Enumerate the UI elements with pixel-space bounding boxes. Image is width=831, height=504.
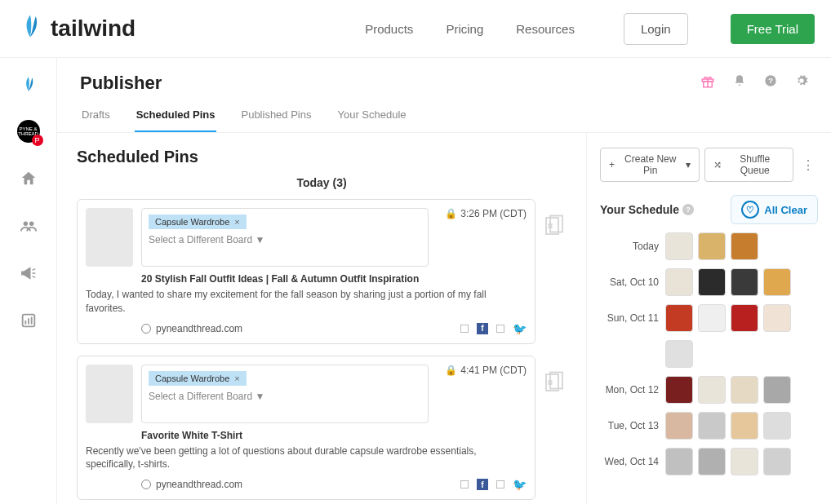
twitter-checkbox[interactable] (496, 480, 504, 489)
rail-megaphone-icon[interactable] (17, 262, 40, 285)
schedule-thumb[interactable] (665, 448, 693, 475)
tailwind-logo-icon (16, 12, 44, 46)
remove-board-icon[interactable]: × (234, 217, 239, 227)
schedule-thumb[interactable] (698, 232, 726, 260)
help-icon[interactable]: ? (764, 74, 777, 92)
login-button[interactable]: Login (624, 13, 688, 45)
schedule-thumb[interactable] (665, 376, 693, 404)
schedule-thumbs (665, 376, 791, 404)
pin-title: Favorite White T-Shirt (86, 430, 527, 441)
schedule-date: Mon, Oct 12 (600, 384, 659, 396)
facebook-checkbox[interactable] (460, 325, 469, 333)
schedule-row: Sun, Oct 11 (600, 304, 818, 332)
pin-description: Today, I wanted to share my excitement f… (86, 288, 527, 316)
schedule-thumb[interactable] (665, 304, 693, 332)
board-select-area[interactable]: Capsule Wardrobe × Select a Different Bo… (141, 208, 429, 267)
schedule-thumb[interactable] (731, 304, 758, 332)
shuffle-queue-button[interactable]: ⤮ Shuffle Queue (704, 148, 793, 182)
twitter-icon: 🐦 (513, 322, 527, 335)
schedule-row: Today (600, 232, 818, 260)
free-trial-button[interactable]: Free Trial (731, 14, 815, 44)
bell-icon[interactable] (733, 74, 746, 92)
tabs: Drafts Scheduled Pins Published Pins You… (80, 108, 808, 132)
brand-name: tailwind (51, 15, 136, 42)
schedule-thumb[interactable] (763, 376, 791, 404)
rail-account-avatar[interactable]: PYNE &THREAD P (17, 120, 40, 143)
schedule-date: Today (600, 241, 659, 252)
schedule-date: Wed, Oct 14 (600, 456, 659, 467)
select-different-board[interactable]: Select a Different Board ▼ (149, 391, 421, 402)
facebook-icon: f (477, 323, 488, 334)
day-header: Today (3) (77, 176, 567, 189)
schedule-thumb[interactable] (763, 412, 791, 440)
schedule-thumb[interactable] (763, 448, 791, 475)
schedule-thumb[interactable] (698, 448, 726, 475)
schedule-thumb[interactable] (698, 412, 726, 440)
schedule-thumb[interactable] (763, 304, 791, 332)
pin-description: Recently we've been getting a lot of que… (86, 444, 527, 472)
svg-rect-3 (24, 321, 26, 325)
tab-scheduled-pins[interactable]: Scheduled Pins (135, 108, 217, 132)
top-navigation: tailwind Products Pricing Resources Logi… (0, 0, 831, 57)
schedule-thumbs (665, 232, 758, 260)
tab-published-pins[interactable]: Published Pins (239, 108, 313, 132)
schedule-thumb[interactable] (665, 268, 693, 296)
stack-pin-icon[interactable] (542, 214, 567, 238)
tab-drafts[interactable]: Drafts (80, 108, 112, 132)
plus-icon: + (609, 159, 615, 170)
rail-home-icon[interactable] (17, 167, 40, 190)
schedule-date: Tue, Oct 13 (600, 420, 659, 431)
avatar-icon: PYNE &THREAD P (17, 120, 40, 143)
schedule-thumb[interactable] (665, 232, 693, 260)
pin-source[interactable]: pyneandthread.com (141, 323, 242, 334)
board-chip-label: Capsule Wardrobe (155, 217, 229, 227)
all-clear-badge[interactable]: ♡ All Clear (731, 195, 818, 224)
schedule-thumb[interactable] (698, 376, 726, 404)
schedule-thumb[interactable] (698, 304, 726, 332)
schedule-thumb[interactable] (763, 268, 791, 296)
pin-source[interactable]: pyneandthread.com (141, 479, 242, 490)
nav-resources[interactable]: Resources (516, 22, 575, 36)
board-chip: Capsule Wardrobe × (149, 371, 247, 386)
rail-tribes-icon[interactable] (17, 214, 40, 237)
schedule-thumb[interactable] (665, 340, 693, 368)
schedule-thumbs (665, 268, 791, 296)
globe-icon (141, 324, 151, 334)
twitter-checkbox[interactable] (496, 325, 504, 333)
remove-board-icon[interactable]: × (234, 374, 239, 383)
schedule-thumb[interactable] (731, 268, 758, 296)
board-select-area[interactable]: Capsule Wardrobe × Select a Different Bo… (141, 365, 429, 423)
pin-thumbnail[interactable] (86, 208, 133, 267)
schedule-row: Mon, Oct 12 (600, 376, 818, 404)
nav-products[interactable]: Products (365, 22, 413, 36)
schedule-thumb[interactable] (731, 412, 758, 440)
schedule-thumb[interactable] (731, 448, 758, 475)
content-area: Scheduled Pins Today (3) Capsule Wardrob… (57, 133, 831, 504)
schedule-thumb[interactable] (731, 232, 758, 260)
brand-logo[interactable]: tailwind (16, 12, 136, 46)
gift-icon[interactable] (700, 74, 715, 92)
stack-pin-icon[interactable] (542, 370, 567, 395)
tab-your-schedule[interactable]: Your Schedule (336, 108, 407, 132)
pin-thumbnail[interactable] (86, 365, 133, 423)
shuffle-icon: ⤮ (713, 159, 722, 170)
select-different-board[interactable]: Select a Different Board ▼ (149, 234, 421, 245)
rail-logo-icon[interactable] (17, 73, 40, 95)
schedule-thumbs (665, 412, 791, 440)
help-tooltip-icon[interactable]: ? (682, 204, 694, 215)
nav-pricing[interactable]: Pricing (446, 22, 483, 36)
gear-icon[interactable] (795, 74, 808, 92)
schedule-thumb[interactable] (731, 376, 758, 404)
rail-analytics-icon[interactable] (17, 309, 40, 332)
header-icons: ? (700, 74, 808, 92)
more-menu-icon[interactable]: ⋮ (798, 157, 818, 173)
schedule-row: Tue, Oct 13 (600, 412, 818, 440)
facebook-checkbox[interactable] (460, 480, 469, 489)
section-title: Scheduled Pins (77, 148, 567, 166)
pin-card-wrap: Capsule Wardrobe × Select a Different Bo… (77, 199, 567, 344)
create-new-pin-button[interactable]: + Create New Pin ▾ (600, 148, 700, 182)
schedule-thumb[interactable] (665, 412, 693, 440)
schedule-thumb[interactable] (698, 268, 726, 296)
globe-icon (141, 480, 151, 489)
svg-rect-4 (28, 318, 29, 324)
